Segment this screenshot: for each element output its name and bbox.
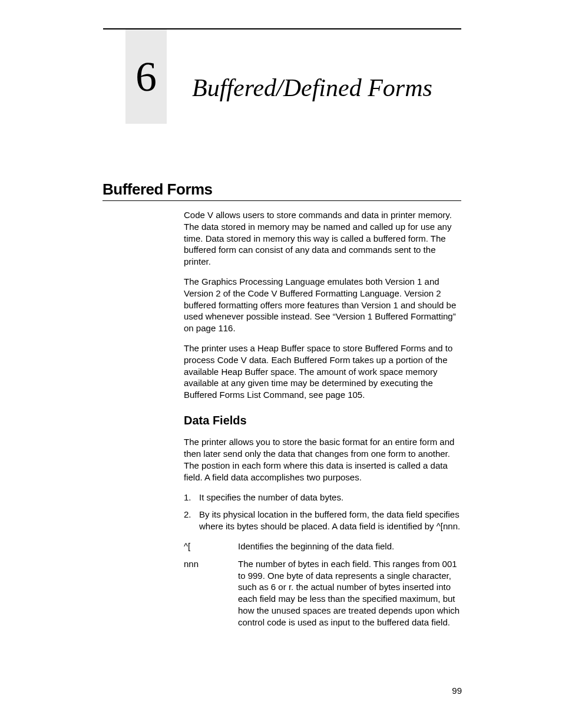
definition-list: ^[ Identifies the beginning of the data … bbox=[184, 541, 462, 628]
section-heading-buffered-forms: Buffered Forms bbox=[103, 180, 213, 199]
chapter-title: Buffered/Defined Forms bbox=[192, 74, 432, 102]
paragraph: The printer uses a Heap Buffer space to … bbox=[184, 342, 462, 401]
chapter-number-box: 6 bbox=[125, 29, 167, 124]
definition-row: nnn The number of bytes in each field. T… bbox=[184, 558, 462, 628]
subsection-heading-data-fields: Data Fields bbox=[184, 413, 462, 428]
paragraph: The Graphics Processing Language emulate… bbox=[184, 276, 462, 334]
definition-description: The number of bytes in each field. This … bbox=[238, 558, 462, 628]
list-text: It specifies the number of data bytes. bbox=[199, 492, 462, 503]
definition-row: ^[ Identifies the beginning of the data … bbox=[184, 541, 462, 552]
paragraph: The printer allows you to store the basi… bbox=[184, 436, 462, 483]
list-item: 2. By its physical location in the buffe… bbox=[184, 509, 462, 532]
paragraph: Code V allows users to store commands an… bbox=[184, 209, 462, 268]
definition-description: Identifies the beginning of the data fie… bbox=[238, 541, 462, 552]
page: 6 Buffered/Defined Forms Buffered Forms … bbox=[0, 0, 562, 728]
chapter-number: 6 bbox=[135, 52, 157, 101]
list-text: By its physical location in the buffered… bbox=[199, 509, 462, 532]
list-item: 1. It specifies the number of data bytes… bbox=[184, 492, 462, 503]
page-number: 99 bbox=[452, 686, 462, 696]
list-number: 1. bbox=[184, 492, 199, 503]
heading-rule bbox=[103, 200, 461, 201]
list-number: 2. bbox=[184, 509, 199, 532]
body-text: Code V allows users to store commands an… bbox=[184, 209, 462, 634]
definition-term: nnn bbox=[184, 558, 238, 628]
definition-term: ^[ bbox=[184, 541, 238, 552]
ordered-list: 1. It specifies the number of data bytes… bbox=[184, 492, 462, 532]
